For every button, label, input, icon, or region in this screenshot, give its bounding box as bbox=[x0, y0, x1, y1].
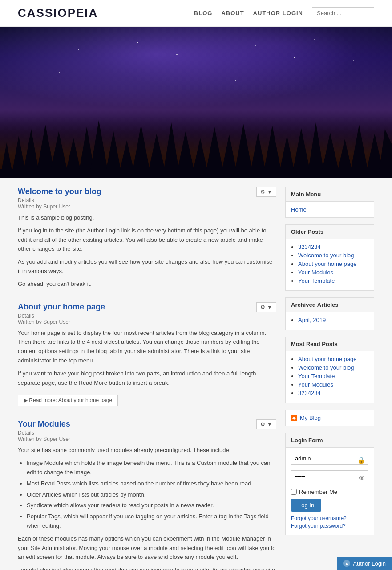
content-area: ⚙ ▼ Welcome to your blog Details Written… bbox=[18, 187, 276, 570]
article-homepage: ⚙ ▼ About your home page Details Written… bbox=[18, 302, 276, 407]
article-tools-welcome[interactable]: ⚙ ▼ bbox=[256, 187, 276, 197]
author-bar-label: Author Login bbox=[353, 560, 386, 567]
gear-icon: ⚙ bbox=[260, 421, 265, 428]
sidebar-rss: ◆ My Blog bbox=[285, 410, 374, 426]
article-tools-modules[interactable]: ⚙ ▼ bbox=[256, 419, 276, 429]
dropdown-arrow: ▼ bbox=[267, 189, 272, 195]
dropdown-arrow: ▼ bbox=[267, 304, 272, 310]
hero-image bbox=[0, 27, 392, 178]
article-tools-homepage[interactable]: ⚙ ▼ bbox=[256, 302, 276, 312]
sidebar-older-posts: Older Posts 3234234 Welcome to your blog… bbox=[285, 224, 374, 291]
sidebar-login-form-title: Login Form bbox=[286, 433, 374, 448]
nav-about[interactable]: ABOUT bbox=[221, 10, 244, 16]
sidebar-most-read-title: Most Read Posts bbox=[286, 337, 374, 351]
article-title-welcome[interactable]: Welcome to your blog bbox=[18, 187, 101, 196]
sidebar-most-read-body: About your home page Welcome to your blo… bbox=[286, 351, 374, 403]
author-bar-icon: ▲ bbox=[343, 560, 350, 567]
nav-blog[interactable]: BLOG bbox=[194, 10, 213, 16]
username-input[interactable] bbox=[291, 452, 368, 465]
most-read-4[interactable]: 3234234 bbox=[298, 390, 321, 396]
main-container: ⚙ ▼ Welcome to your blog Details Written… bbox=[0, 178, 392, 570]
article-meta-homepage: Details Written by Super User bbox=[18, 313, 276, 325]
article-body-welcome: This is a sample blog posting. If you lo… bbox=[18, 213, 276, 289]
article-meta-modules: Details Written by Super User bbox=[18, 430, 276, 442]
sidebar-archived-articles-body: April, 2019 bbox=[286, 312, 374, 330]
article-title-homepage[interactable]: About your home page bbox=[18, 302, 105, 311]
header: CASSIOPEIA BLOG ABOUT AUTHOR LOGIN bbox=[0, 0, 392, 27]
rss-icon: ◆ bbox=[291, 415, 297, 421]
sidebar-login-form: Login Form 🔒 👁 Remember Me Log In Forgot… bbox=[285, 433, 374, 535]
older-post-1[interactable]: Welcome to your blog bbox=[298, 252, 354, 259]
site-logo[interactable]: CASSIOPEIA bbox=[18, 6, 98, 20]
older-post-0[interactable]: 3234234 bbox=[298, 244, 321, 250]
username-wrapper: 🔒 bbox=[291, 452, 368, 468]
forgot-password-link[interactable]: Forgot your password? bbox=[291, 523, 368, 529]
older-post-4[interactable]: Your Template bbox=[298, 277, 335, 284]
navigation: BLOG ABOUT AUTHOR LOGIN bbox=[194, 7, 374, 19]
sidebar-main-menu-body: Home bbox=[286, 202, 374, 217]
article-modules: ⚙ ▼ Your Modules Details Written by Supe… bbox=[18, 419, 276, 570]
most-read-3[interactable]: Your Modules bbox=[298, 381, 333, 388]
most-read-1[interactable]: Welcome to your blog bbox=[298, 364, 354, 371]
password-wrapper: 👁 bbox=[291, 470, 368, 486]
older-post-3[interactable]: Your Modules bbox=[298, 269, 333, 276]
eye-icon: 👁 bbox=[359, 475, 365, 482]
remember-me-checkbox[interactable] bbox=[291, 489, 297, 495]
sidebar-archived-articles-title: Archived Articles bbox=[286, 298, 374, 312]
article-title-modules[interactable]: Your Modules bbox=[18, 419, 70, 428]
sidebar-older-posts-body: 3234234 Welcome to your blog About your … bbox=[286, 239, 374, 290]
forgot-username-link[interactable]: Forgot your username? bbox=[291, 515, 368, 521]
sidebar: Main Menu Home Older Posts 3234234 Welco… bbox=[285, 187, 374, 570]
article-welcome: ⚙ ▼ Welcome to your blog Details Written… bbox=[18, 187, 276, 289]
search-input[interactable] bbox=[312, 7, 374, 19]
hero-trees bbox=[0, 116, 392, 178]
user-icon: 🔒 bbox=[357, 456, 365, 464]
author-login-bar[interactable]: ▲ Author Login bbox=[337, 557, 392, 570]
sidebar-older-posts-title: Older Posts bbox=[286, 225, 374, 239]
most-read-0[interactable]: About your home page bbox=[298, 356, 357, 362]
tools-button-welcome[interactable]: ⚙ ▼ bbox=[256, 187, 276, 197]
tools-button-modules[interactable]: ⚙ ▼ bbox=[256, 419, 276, 429]
tools-button-homepage[interactable]: ⚙ ▼ bbox=[256, 302, 276, 312]
article-body-modules: Your site has some commonly used modules… bbox=[18, 446, 276, 570]
arrow-right-icon: ▶ bbox=[24, 397, 28, 403]
gear-icon: ⚙ bbox=[260, 189, 265, 195]
nav-author-login[interactable]: AUTHOR LOGIN bbox=[253, 10, 303, 16]
sidebar-home-link[interactable]: Home bbox=[291, 206, 307, 213]
dropdown-arrow: ▼ bbox=[267, 421, 272, 428]
gear-icon: ⚙ bbox=[260, 304, 265, 310]
article-meta-welcome: Details Written by Super User bbox=[18, 197, 276, 210]
svg-rect-29 bbox=[0, 169, 392, 178]
article-body-homepage: Your home page is set to display the fou… bbox=[18, 329, 276, 407]
archived-article-0[interactable]: April, 2019 bbox=[298, 317, 326, 323]
sidebar-most-read: Most Read Posts About your home page Wel… bbox=[285, 337, 374, 403]
sidebar-main-menu: Main Menu Home bbox=[285, 187, 374, 218]
sidebar-rss-body: ◆ My Blog bbox=[286, 410, 374, 426]
remember-me-label: Remember Me bbox=[299, 489, 337, 495]
most-read-2[interactable]: Your Template bbox=[298, 373, 335, 379]
remember-me-wrapper: Remember Me bbox=[291, 489, 368, 495]
older-post-2[interactable]: About your home page bbox=[298, 261, 357, 267]
sidebar-main-menu-title: Main Menu bbox=[286, 187, 374, 202]
password-input[interactable] bbox=[291, 470, 368, 483]
login-button[interactable]: Log In bbox=[291, 499, 321, 512]
sidebar-login-form-body: 🔒 👁 Remember Me Log In Forgot your usern… bbox=[286, 448, 374, 535]
rss-link[interactable]: ◆ My Blog bbox=[291, 415, 368, 421]
read-more-button[interactable]: ▶ Read more: About your home page bbox=[18, 395, 118, 406]
sidebar-archived-articles: Archived Articles April, 2019 bbox=[285, 297, 374, 330]
